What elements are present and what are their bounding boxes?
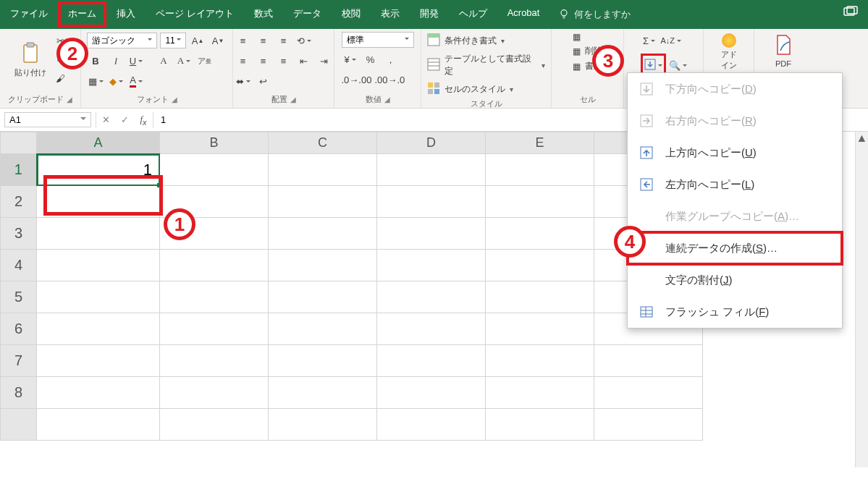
orientation-button[interactable]: ⟲ [295,32,313,49]
row-header-5[interactable]: 5 [1,281,37,313]
decrease-decimal-button[interactable]: .00→.0 [374,71,405,88]
cell-b1[interactable] [160,154,269,186]
font-color-a[interactable]: A [155,52,172,69]
wrap-text-button[interactable]: ↩ [255,72,272,90]
increase-font-button[interactable]: A▲ [189,32,206,49]
number-format-select[interactable]: 標準 [342,32,414,48]
comma-button[interactable]: , [382,51,400,68]
italic-button[interactable]: I [107,52,125,69]
align-center-button[interactable]: ≡ [255,52,272,69]
name-box[interactable]: A1 [4,112,91,127]
row-header-8[interactable]: 8 [1,377,37,409]
addins-button[interactable]: アド イン [718,32,740,72]
flash-fill-item[interactable]: フラッシュ フィル(F) [628,296,842,328]
tab-insert[interactable]: 挿入 [106,0,146,29]
autosum-button[interactable]: Σ [641,32,658,49]
col-header-d[interactable]: D [377,132,486,154]
insert-cells-button[interactable]: ▦ [573,32,602,42]
col-header-a[interactable]: A [37,132,160,154]
fill-button[interactable] [644,56,662,74]
group-alignment-label: 配置 [271,94,287,105]
row-header-6[interactable]: 6 [1,313,37,345]
tab-developer[interactable]: 開発 [410,0,449,29]
bold-button[interactable]: B [87,52,104,69]
row-header-7[interactable]: 7 [1,345,37,377]
tab-data[interactable]: データ [283,0,332,29]
cell-c1[interactable] [269,154,377,186]
cell-styles-button[interactable]: セルのスタイル▾ [427,82,545,97]
indent-inc-button[interactable]: ⇥ [316,52,333,69]
percent-button[interactable]: % [362,51,379,68]
align-top-button[interactable]: ≡ [235,32,252,49]
tell-me-search[interactable]: 何をしますか [558,0,631,29]
font-color-a-dd[interactable]: A [175,52,193,69]
tab-view[interactable]: 表示 [371,0,410,29]
col-header-e[interactable]: E [486,132,594,154]
cell-d1[interactable] [377,154,486,186]
conditional-formatting-button[interactable]: 条件付き書式▾ [427,33,545,48]
font-dialog-launcher[interactable]: ◢ [172,96,177,103]
enter-formula-button[interactable]: ✓ [115,114,134,125]
fill-right-item[interactable]: 右方向へコピー(R) [628,105,842,137]
col-header-b[interactable]: B [160,132,269,154]
pdf-button[interactable]: PDF [769,32,798,69]
fill-series-item[interactable]: 連続データの作成(S)… [628,232,842,264]
cancel-formula-button[interactable]: ✕ [96,114,115,125]
tab-page-layout[interactable]: ページ レイアウト [146,0,244,29]
share-button[interactable] [833,0,868,29]
align-right-button[interactable]: ≡ [275,52,292,69]
align-bottom-button[interactable]: ≡ [275,32,292,49]
align-middle-button[interactable]: ≡ [255,32,272,49]
indent-dec-button[interactable]: ⇤ [295,52,313,69]
underline-button[interactable]: U [127,52,145,69]
number-dialog-launcher[interactable]: ◢ [384,96,390,103]
table-icon [427,58,440,73]
insert-function-button[interactable]: fx [134,114,153,127]
addins-icon [722,33,736,48]
select-all-corner[interactable] [1,132,37,154]
fill-left-item[interactable]: 左方向へコピー(L) [628,169,842,200]
tab-home[interactable]: ホーム [58,1,106,27]
merge-button[interactable]: ⬌ [235,72,252,90]
font-color-button[interactable]: A [127,72,145,90]
cell-a2[interactable] [37,186,160,218]
font-name-select[interactable]: 游ゴシック [87,33,157,48]
tab-file[interactable]: ファイル [0,0,58,29]
cell-a1[interactable]: 1 [37,154,160,186]
cond-fmt-icon [427,33,440,48]
alignment-dialog-launcher[interactable]: ◢ [290,96,296,103]
row-header-2[interactable]: 2 [1,186,37,218]
tab-acrobat[interactable]: Acrobat [497,0,550,29]
fill-up-item[interactable]: 上方向へコピー(U) [628,137,842,169]
col-header-c[interactable]: C [269,132,377,154]
row-header-4[interactable]: 4 [1,250,37,281]
ruby-button[interactable]: ア亜 [195,52,213,69]
clipboard-dialog-launcher[interactable]: ◢ [67,96,72,103]
tab-help[interactable]: ヘルプ [449,0,497,29]
paste-button[interactable]: 貼り付け [12,40,49,80]
vertical-scrollbar[interactable]: ▲ [855,132,868,467]
tab-review[interactable]: 校閲 [332,0,371,29]
font-size-select[interactable]: 11 [160,33,186,48]
format-painter-button[interactable]: 🖌 [52,69,69,87]
borders-button[interactable]: ▦ [87,72,104,90]
row-header-1[interactable]: 1 [1,154,37,186]
align-left-button[interactable]: ≡ [235,52,252,69]
decrease-font-button[interactable]: A▼ [209,32,227,49]
fill-justify-item[interactable]: 文字の割付(J) [628,264,842,296]
fill-color-button[interactable]: ◆ [107,72,125,90]
format-as-table-button[interactable]: テーブルとして書式設定▾ [427,53,545,77]
fill-group-label: 作業グループへコピー(A)… [665,210,799,224]
tab-formulas[interactable]: 数式 [244,0,283,29]
cell-e1[interactable] [486,154,594,186]
svg-point-0 [561,9,567,15]
currency-button[interactable]: ¥ [342,51,359,68]
group-cells-label: セル [580,94,596,105]
row-header-9[interactable] [1,409,37,441]
row-header-3[interactable]: 3 [1,218,37,250]
sort-filter-button[interactable]: A↓Z [661,32,682,49]
find-select-button[interactable]: 🔍 [669,56,687,74]
increase-decimal-button[interactable]: .0→.00 [342,71,372,88]
fill-down-item[interactable]: 下方向へコピー(D) [628,73,842,105]
scroll-up-button[interactable]: ▲ [856,132,868,145]
